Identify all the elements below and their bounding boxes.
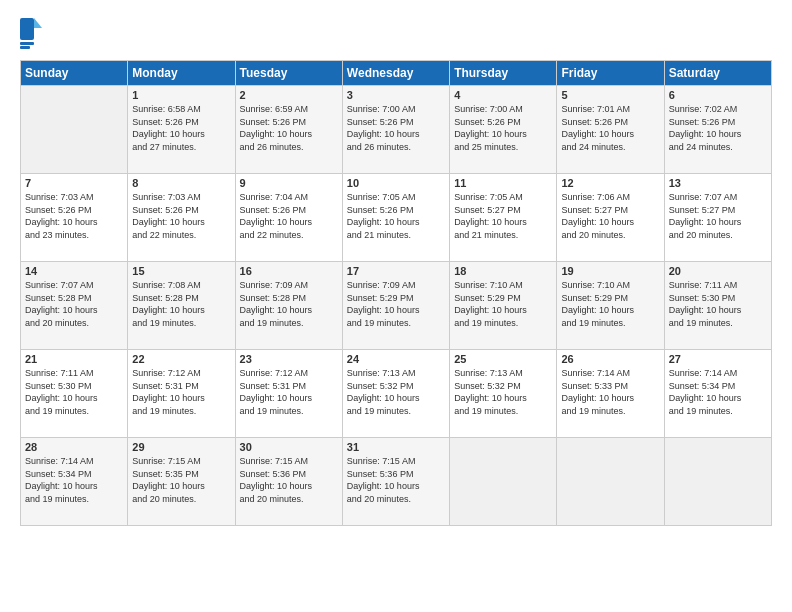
- day-info: Sunrise: 7:15 AM Sunset: 5:36 PM Dayligh…: [240, 455, 338, 505]
- calendar-cell: 15Sunrise: 7:08 AM Sunset: 5:28 PM Dayli…: [128, 262, 235, 350]
- day-number: 6: [669, 89, 767, 101]
- day-number: 23: [240, 353, 338, 365]
- calendar-day-header: Thursday: [450, 61, 557, 86]
- day-info: Sunrise: 7:13 AM Sunset: 5:32 PM Dayligh…: [454, 367, 552, 417]
- day-number: 31: [347, 441, 445, 453]
- day-info: Sunrise: 7:13 AM Sunset: 5:32 PM Dayligh…: [347, 367, 445, 417]
- day-number: 4: [454, 89, 552, 101]
- calendar-cell: 29Sunrise: 7:15 AM Sunset: 5:35 PM Dayli…: [128, 438, 235, 526]
- day-number: 3: [347, 89, 445, 101]
- day-number: 7: [25, 177, 123, 189]
- calendar-cell: 8Sunrise: 7:03 AM Sunset: 5:26 PM Daylig…: [128, 174, 235, 262]
- day-info: Sunrise: 7:01 AM Sunset: 5:26 PM Dayligh…: [561, 103, 659, 153]
- calendar-cell: 9Sunrise: 7:04 AM Sunset: 5:26 PM Daylig…: [235, 174, 342, 262]
- day-info: Sunrise: 7:10 AM Sunset: 5:29 PM Dayligh…: [454, 279, 552, 329]
- calendar-day-header: Wednesday: [342, 61, 449, 86]
- day-info: Sunrise: 7:07 AM Sunset: 5:28 PM Dayligh…: [25, 279, 123, 329]
- main-container: SundayMondayTuesdayWednesdayThursdayFrid…: [0, 0, 792, 536]
- day-info: Sunrise: 7:14 AM Sunset: 5:34 PM Dayligh…: [669, 367, 767, 417]
- day-number: 9: [240, 177, 338, 189]
- calendar-cell: 19Sunrise: 7:10 AM Sunset: 5:29 PM Dayli…: [557, 262, 664, 350]
- logo-icon: [20, 18, 42, 50]
- calendar-cell: 13Sunrise: 7:07 AM Sunset: 5:27 PM Dayli…: [664, 174, 771, 262]
- day-info: Sunrise: 7:15 AM Sunset: 5:35 PM Dayligh…: [132, 455, 230, 505]
- calendar-cell: 11Sunrise: 7:05 AM Sunset: 5:27 PM Dayli…: [450, 174, 557, 262]
- calendar-cell: 14Sunrise: 7:07 AM Sunset: 5:28 PM Dayli…: [21, 262, 128, 350]
- day-info: Sunrise: 7:04 AM Sunset: 5:26 PM Dayligh…: [240, 191, 338, 241]
- day-number: 21: [25, 353, 123, 365]
- day-number: 18: [454, 265, 552, 277]
- day-info: Sunrise: 7:00 AM Sunset: 5:26 PM Dayligh…: [347, 103, 445, 153]
- day-info: Sunrise: 7:09 AM Sunset: 5:28 PM Dayligh…: [240, 279, 338, 329]
- calendar-cell: [21, 86, 128, 174]
- day-number: 24: [347, 353, 445, 365]
- day-info: Sunrise: 7:02 AM Sunset: 5:26 PM Dayligh…: [669, 103, 767, 153]
- calendar-cell: 12Sunrise: 7:06 AM Sunset: 5:27 PM Dayli…: [557, 174, 664, 262]
- day-number: 5: [561, 89, 659, 101]
- day-info: Sunrise: 7:06 AM Sunset: 5:27 PM Dayligh…: [561, 191, 659, 241]
- day-number: 2: [240, 89, 338, 101]
- calendar-cell: 5Sunrise: 7:01 AM Sunset: 5:26 PM Daylig…: [557, 86, 664, 174]
- day-number: 25: [454, 353, 552, 365]
- day-info: Sunrise: 7:12 AM Sunset: 5:31 PM Dayligh…: [240, 367, 338, 417]
- calendar-cell: 10Sunrise: 7:05 AM Sunset: 5:26 PM Dayli…: [342, 174, 449, 262]
- calendar-day-header: Monday: [128, 61, 235, 86]
- day-number: 16: [240, 265, 338, 277]
- day-info: Sunrise: 7:15 AM Sunset: 5:36 PM Dayligh…: [347, 455, 445, 505]
- day-number: 29: [132, 441, 230, 453]
- day-number: 10: [347, 177, 445, 189]
- calendar-cell: 31Sunrise: 7:15 AM Sunset: 5:36 PM Dayli…: [342, 438, 449, 526]
- calendar-cell: 21Sunrise: 7:11 AM Sunset: 5:30 PM Dayli…: [21, 350, 128, 438]
- day-info: Sunrise: 7:11 AM Sunset: 5:30 PM Dayligh…: [669, 279, 767, 329]
- calendar-cell: 1Sunrise: 6:58 AM Sunset: 5:26 PM Daylig…: [128, 86, 235, 174]
- calendar-cell: 16Sunrise: 7:09 AM Sunset: 5:28 PM Dayli…: [235, 262, 342, 350]
- svg-rect-2: [20, 42, 34, 45]
- day-info: Sunrise: 7:03 AM Sunset: 5:26 PM Dayligh…: [132, 191, 230, 241]
- day-info: Sunrise: 6:58 AM Sunset: 5:26 PM Dayligh…: [132, 103, 230, 153]
- day-number: 27: [669, 353, 767, 365]
- day-info: Sunrise: 7:11 AM Sunset: 5:30 PM Dayligh…: [25, 367, 123, 417]
- calendar-day-header: Sunday: [21, 61, 128, 86]
- day-number: 1: [132, 89, 230, 101]
- calendar-cell: 7Sunrise: 7:03 AM Sunset: 5:26 PM Daylig…: [21, 174, 128, 262]
- calendar-day-header: Friday: [557, 61, 664, 86]
- calendar-cell: [557, 438, 664, 526]
- calendar-cell: 25Sunrise: 7:13 AM Sunset: 5:32 PM Dayli…: [450, 350, 557, 438]
- day-info: Sunrise: 7:05 AM Sunset: 5:27 PM Dayligh…: [454, 191, 552, 241]
- day-number: 17: [347, 265, 445, 277]
- calendar-day-header: Tuesday: [235, 61, 342, 86]
- calendar-cell: 23Sunrise: 7:12 AM Sunset: 5:31 PM Dayli…: [235, 350, 342, 438]
- calendar-header-row: SundayMondayTuesdayWednesdayThursdayFrid…: [21, 61, 772, 86]
- day-number: 15: [132, 265, 230, 277]
- calendar-table: SundayMondayTuesdayWednesdayThursdayFrid…: [20, 60, 772, 526]
- calendar-cell: 18Sunrise: 7:10 AM Sunset: 5:29 PM Dayli…: [450, 262, 557, 350]
- day-info: Sunrise: 7:12 AM Sunset: 5:31 PM Dayligh…: [132, 367, 230, 417]
- logo: [20, 18, 46, 50]
- calendar-week-row: 14Sunrise: 7:07 AM Sunset: 5:28 PM Dayli…: [21, 262, 772, 350]
- calendar-week-row: 1Sunrise: 6:58 AM Sunset: 5:26 PM Daylig…: [21, 86, 772, 174]
- day-info: Sunrise: 7:14 AM Sunset: 5:33 PM Dayligh…: [561, 367, 659, 417]
- calendar-cell: 26Sunrise: 7:14 AM Sunset: 5:33 PM Dayli…: [557, 350, 664, 438]
- day-info: Sunrise: 7:00 AM Sunset: 5:26 PM Dayligh…: [454, 103, 552, 153]
- calendar-cell: 27Sunrise: 7:14 AM Sunset: 5:34 PM Dayli…: [664, 350, 771, 438]
- calendar-week-row: 21Sunrise: 7:11 AM Sunset: 5:30 PM Dayli…: [21, 350, 772, 438]
- day-number: 13: [669, 177, 767, 189]
- day-info: Sunrise: 6:59 AM Sunset: 5:26 PM Dayligh…: [240, 103, 338, 153]
- day-info: Sunrise: 7:14 AM Sunset: 5:34 PM Dayligh…: [25, 455, 123, 505]
- calendar-day-header: Saturday: [664, 61, 771, 86]
- day-number: 11: [454, 177, 552, 189]
- day-number: 14: [25, 265, 123, 277]
- calendar-cell: 30Sunrise: 7:15 AM Sunset: 5:36 PM Dayli…: [235, 438, 342, 526]
- svg-rect-0: [20, 18, 34, 40]
- day-number: 20: [669, 265, 767, 277]
- calendar-week-row: 28Sunrise: 7:14 AM Sunset: 5:34 PM Dayli…: [21, 438, 772, 526]
- day-info: Sunrise: 7:08 AM Sunset: 5:28 PM Dayligh…: [132, 279, 230, 329]
- day-number: 28: [25, 441, 123, 453]
- day-info: Sunrise: 7:07 AM Sunset: 5:27 PM Dayligh…: [669, 191, 767, 241]
- day-info: Sunrise: 7:05 AM Sunset: 5:26 PM Dayligh…: [347, 191, 445, 241]
- day-number: 26: [561, 353, 659, 365]
- calendar-cell: 20Sunrise: 7:11 AM Sunset: 5:30 PM Dayli…: [664, 262, 771, 350]
- day-number: 8: [132, 177, 230, 189]
- day-info: Sunrise: 7:09 AM Sunset: 5:29 PM Dayligh…: [347, 279, 445, 329]
- day-number: 19: [561, 265, 659, 277]
